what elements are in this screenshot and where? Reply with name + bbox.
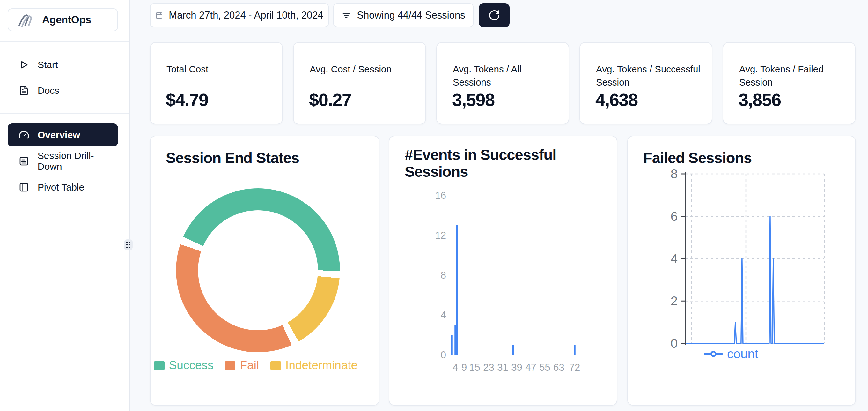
gauge-icon — [19, 129, 29, 140]
svg-text:2: 2 — [671, 294, 678, 308]
indeterminate-swatch — [271, 361, 281, 370]
svg-text:15: 15 — [469, 362, 480, 373]
svg-text:23: 23 — [483, 362, 494, 373]
list-box-icon — [19, 156, 29, 166]
sidebar-drag-handle[interactable] — [124, 239, 133, 250]
session-end-states-card: Session End States Success Fail Indeterm… — [150, 136, 379, 406]
stat-label: Total Cost — [166, 63, 272, 76]
agentops-dashboard: { "sidebar": { "brand": "AgentOps", "pri… — [0, 0, 868, 411]
date-range-button[interactable]: March 27th, 2024 - April 10th, 2024 — [150, 3, 329, 27]
failed-sessions-chart: 02468 — [628, 136, 855, 405]
chart-title: Session End States — [166, 150, 344, 167]
stat-value: $4.79 — [166, 89, 208, 110]
count-legend[interactable]: count — [628, 347, 835, 361]
stat-value: 3,598 — [452, 89, 495, 110]
svg-text:31: 31 — [497, 362, 508, 373]
sidebar-item-label: Overview — [38, 129, 80, 140]
svg-text:72: 72 — [569, 362, 580, 373]
chart-title: Failed Sessions — [643, 150, 822, 167]
success-swatch — [154, 361, 164, 370]
failed-sessions-card: Failed Sessions 02468 count — [627, 136, 856, 406]
panel-columns-icon — [19, 182, 29, 193]
stat-card-avg-cost: Avg. Cost / Session $0.27 — [293, 42, 426, 124]
svg-text:4: 4 — [453, 362, 458, 373]
svg-text:4: 4 — [671, 252, 678, 266]
stat-card-avg-tokens-all: Avg. Tokens / All Sessions 3,598 — [436, 42, 569, 124]
brand-logo[interactable]: AgentOps — [8, 8, 118, 31]
donut-hole — [198, 210, 318, 330]
legend-label: count — [727, 347, 758, 361]
sidebar-item-start[interactable]: Start — [8, 55, 118, 75]
sidebar-item-pivot-table[interactable]: Pivot Table — [8, 177, 118, 197]
chart-title: #Events in Successful Sessions — [405, 146, 564, 180]
stat-value: 3,856 — [739, 89, 781, 110]
grip-dots-icon — [126, 241, 130, 248]
legend-item-indeterminate[interactable]: Indeterminate — [271, 359, 358, 372]
fail-swatch — [225, 361, 235, 370]
sidebar-divider — [0, 41, 128, 42]
line-marker-icon — [704, 350, 722, 357]
svg-text:8: 8 — [441, 270, 446, 281]
agentops-paperclip-icon — [17, 12, 36, 27]
brand-name: AgentOps — [42, 14, 91, 26]
play-icon — [19, 60, 29, 70]
stat-card-avg-tokens-successful: Avg. Tokens / Successful Session 4,638 — [580, 42, 712, 124]
sidebar-item-label: Session Drill-Down — [38, 150, 118, 172]
svg-text:47: 47 — [525, 362, 536, 373]
filter-lines-icon — [342, 10, 351, 20]
sessions-filter-button[interactable]: Showing 44/44 Sessions — [333, 3, 473, 27]
refresh-button[interactable] — [479, 3, 509, 27]
refresh-icon — [488, 9, 500, 21]
svg-text:0: 0 — [441, 349, 446, 360]
svg-text:55: 55 — [539, 362, 550, 373]
sidebar-resize-divider — [128, 0, 130, 411]
sidebar-divider — [0, 113, 128, 114]
sidebar-item-label: Docs — [38, 85, 59, 96]
stat-label: Avg. Tokens / Failed Session — [739, 63, 844, 89]
calendar-icon — [155, 11, 163, 19]
stat-label: Avg. Cost / Session — [310, 63, 415, 76]
date-range-label: March 27th, 2024 - April 10th, 2024 — [169, 9, 323, 21]
svg-text:4: 4 — [441, 310, 446, 321]
stat-label: Avg. Tokens / All Sessions — [453, 63, 558, 89]
stat-card-avg-tokens-failed: Avg. Tokens / Failed Session 3,856 — [722, 42, 856, 124]
sidebar-item-label: Start — [38, 59, 58, 70]
svg-text:8: 8 — [671, 167, 678, 181]
sidebar-item-session-drill-down[interactable]: Session Drill-Down — [8, 151, 118, 171]
events-histogram-card: #Events in Successful Sessions 048121649… — [389, 136, 617, 406]
sidebar-item-overview[interactable]: Overview — [8, 123, 118, 146]
legend-label: Success — [169, 359, 214, 372]
legend-label: Indeterminate — [285, 359, 358, 372]
sessions-filter-label: Showing 44/44 Sessions — [357, 9, 465, 21]
sidebar-item-docs[interactable]: Docs — [8, 81, 118, 100]
legend-label: Fail — [240, 359, 259, 372]
svg-text:39: 39 — [511, 362, 522, 373]
legend-item-success[interactable]: Success — [154, 359, 214, 372]
svg-text:6: 6 — [671, 209, 678, 223]
donut-legend: Success Fail Indeterminate — [160, 358, 351, 372]
sidebar-item-label: Pivot Table — [38, 182, 84, 193]
legend-item-fail[interactable]: Fail — [225, 359, 259, 372]
svg-text:9: 9 — [461, 362, 467, 373]
svg-text:12: 12 — [435, 230, 446, 241]
document-icon — [19, 86, 29, 96]
stat-value: $0.27 — [309, 89, 351, 110]
stat-label: Avg. Tokens / Successful Session — [596, 63, 701, 89]
stat-value: 4,638 — [595, 89, 638, 110]
sidebar: AgentOps Start Docs Overview Session Dri… — [0, 0, 128, 411]
stat-card-total-cost: Total Cost $4.79 — [150, 42, 283, 124]
svg-text:63: 63 — [553, 362, 564, 373]
svg-text:16: 16 — [435, 190, 446, 201]
